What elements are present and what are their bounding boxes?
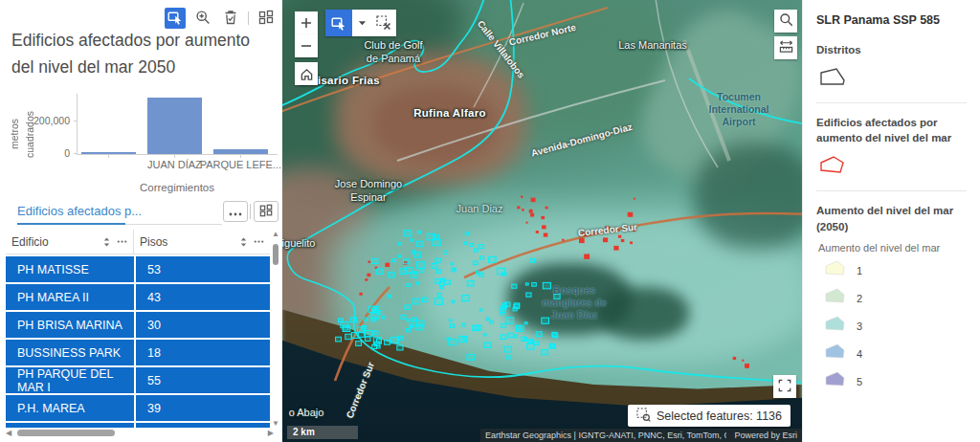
table-actions-button[interactable] [223, 201, 248, 222]
legend-item-label: 1 [857, 265, 862, 276]
horizontal-scrollbar[interactable]: ◀ ▶ [6, 429, 274, 438]
map-terrain-flood [426, 220, 802, 364]
x-tick-mark [240, 154, 241, 158]
cell-edificio: P.H. MAREA [6, 395, 134, 421]
legend-panel: SLR Panama SSP 585 Distritos Edificios a… [802, 0, 980, 442]
cell-pisos: 55 [134, 367, 270, 393]
legend-item-label: 5 [857, 376, 862, 387]
vertical-scroll-thumb[interactable] [273, 244, 278, 265]
cell-edificio: PH MAREA II [6, 284, 134, 310]
x-axis-label: Corregimientos [77, 182, 278, 193]
selection-count-icon [636, 408, 651, 425]
fullscreen-button[interactable] [773, 375, 796, 398]
table-row[interactable]: PH MAREA II43 [6, 284, 270, 310]
table-row[interactable]: PH MATISSE53 [6, 256, 270, 282]
chart-toolbar [165, 8, 277, 29]
map-select-tool-button[interactable] [325, 10, 352, 36]
legend-swatch [824, 315, 847, 337]
map-terrain-urban [373, 86, 498, 163]
district-boundary-line [282, 0, 802, 383]
search-button[interactable] [774, 10, 797, 33]
selected-features-badge: Selected features: 1136 [628, 405, 791, 427]
map-label: iguelito [282, 237, 315, 251]
zoom-out-button[interactable] [295, 34, 318, 57]
map-label: Avenida-Domingo-Diaz [530, 122, 635, 160]
scroll-up-icon[interactable]: ▲ [272, 231, 279, 238]
table-row[interactable]: BUSSINESS PARK18 [6, 340, 270, 365]
selected-features-text: Selected features: 1136 [657, 409, 782, 423]
cell-pisos: 30 [134, 312, 270, 338]
page-title: Edificios afectados por aumento del nive… [11, 27, 272, 80]
bar-JUAN DÍAZ[interactable] [147, 98, 201, 154]
table-row[interactable]: P.H. MAREA39 [6, 395, 270, 421]
distritos-outline-swatch [818, 66, 967, 91]
legend-item-1: 1 [824, 259, 967, 281]
cell-pisos: 18 [134, 340, 270, 365]
cell-pisos: 39 [134, 395, 270, 421]
table-row[interactable]: PH CASTELLAMARE28 [6, 423, 270, 428]
column-menu-icon[interactable] [254, 240, 264, 243]
y-tick-mark [74, 121, 78, 122]
select-tool-dropdown[interactable] [352, 10, 371, 36]
zoom-in-button[interactable] [295, 11, 318, 34]
table-layout-button[interactable] [254, 201, 278, 222]
map-terrain-urban [335, 53, 526, 187]
table-row[interactable]: PH PARQUE DEL MAR I55 [6, 367, 270, 393]
legend-item-4: 4 [824, 343, 967, 365]
map-terrain-coastal [330, 196, 802, 368]
map-terrain-mangrove [598, 287, 689, 340]
chart-options-button[interactable] [256, 8, 277, 29]
map-attribution: Earthstar Geographics | IGNTG-ANATI, PNN… [480, 429, 802, 442]
legend-items: 12345 [816, 259, 967, 392]
map-label: o Abajo [289, 407, 324, 420]
map-label: Jose Domingo Espinar [335, 178, 402, 205]
column-header-pisos[interactable]: Pisos [134, 230, 270, 254]
map-label: Corredor Sur [577, 222, 637, 240]
sort-icon[interactable] [239, 236, 248, 248]
fullscreen-icon [778, 379, 791, 395]
scroll-right-icon[interactable]: ▶ [268, 429, 274, 438]
scroll-left-icon[interactable]: ◀ [6, 429, 11, 438]
chart-plot-area: JUAN DÍAZPARQUE LEFE...0200,000 [77, 94, 278, 155]
map-label: Club de Golf de Panamá [364, 39, 422, 66]
scroll-down-icon[interactable]: ▼ [272, 420, 279, 428]
cell-pisos: 53 [134, 256, 270, 282]
clear-chart-selection-button[interactable] [220, 8, 241, 29]
x-tick-label: JUAN DÍAZ [147, 159, 202, 170]
map-ocean [282, 0, 802, 442]
horizontal-scroll-thumb[interactable] [17, 430, 115, 436]
table-tabbar: Edificios afectados p... [0, 201, 282, 228]
app-root: Edificios afectados por aumento del nive… [0, 0, 980, 442]
column-menu-icon[interactable] [117, 240, 127, 243]
cell-edificio: BUSSINESS PARK [6, 340, 134, 365]
x-tick-mark [108, 154, 109, 158]
legend-layer-slr: Aumento del nivel del mar (2050) [816, 203, 967, 234]
map-label: Corredor Sur [345, 361, 378, 420]
column-header-edificio[interactable]: Edificio [6, 230, 134, 254]
map-terrain-urban [282, 167, 373, 330]
map-label: Corredor Norte [508, 22, 578, 49]
cell-edificio: PH MATISSE [6, 256, 134, 282]
tab-edificios-afectados[interactable]: Edificios afectados p... [17, 204, 142, 218]
legend-item-3: 3 [824, 315, 967, 337]
select-tool-button[interactable] [165, 8, 186, 29]
sort-icon[interactable] [102, 236, 111, 248]
cell-edificio: PH PARQUE DEL MAR I [6, 367, 134, 393]
map-terrain-forest [694, 144, 802, 249]
table-row[interactable]: PH BRISA MARINA30 [6, 312, 270, 338]
map-terrain-mangrove [507, 263, 632, 335]
map-label: Calle Villalobos [474, 18, 526, 81]
legend-swatch [824, 370, 847, 392]
y-tick-label: 200,000 [33, 115, 70, 126]
measure-button[interactable] [774, 36, 797, 59]
zoom-to-selection-button[interactable] [192, 8, 213, 29]
map-selection-toolbar [325, 10, 396, 36]
vertical-scrollbar[interactable]: ▲ ▼ [271, 231, 280, 428]
cell-pisos: 43 [134, 284, 270, 310]
apps-grid-icon [258, 10, 274, 28]
map-view[interactable]: Belisario FriasClub de Golf de PanamáCor… [282, 0, 802, 442]
map-label: Bosques manglares de Juan Díaz [542, 284, 607, 321]
selected-buildings-highlight [336, 231, 560, 361]
clear-map-selection-button[interactable] [371, 10, 396, 36]
home-button[interactable] [295, 62, 318, 85]
